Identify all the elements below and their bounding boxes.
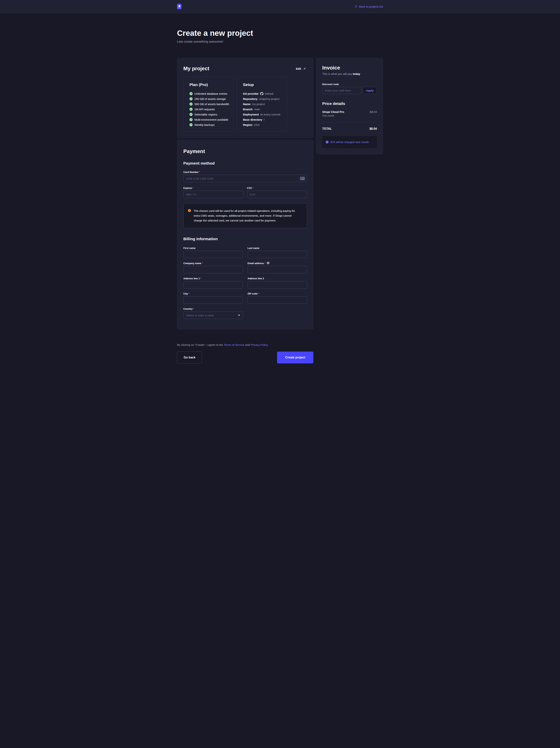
apply-button[interactable]: Apply xyxy=(363,87,377,94)
setup-row: Base directory / xyxy=(243,117,284,122)
terms-of-service-link[interactable]: Terms of Service xyxy=(224,343,244,346)
terms-period: . xyxy=(268,343,269,346)
plan-feature-label: Multi-environment available xyxy=(194,118,228,121)
setup-row-label: Branch xyxy=(243,108,252,111)
address-line2-field: Address line 2 xyxy=(248,277,307,288)
city-label: City* xyxy=(183,292,243,295)
first-name-input[interactable] xyxy=(183,251,243,258)
country-select-placeholder: Select or enter a value xyxy=(186,314,214,317)
plan-feature-label: Weekly backups xyxy=(194,123,215,126)
invoice-subtitle-prefix: This is what you will pay xyxy=(322,72,353,75)
card-number-label-text: Card Number xyxy=(183,171,198,173)
expires-label-text: Expires xyxy=(183,187,192,189)
terms-text: By clicking on "Create", I agree to the … xyxy=(177,343,313,346)
top-bar: Back to projects list xyxy=(0,0,560,13)
invoice-title: Invoice xyxy=(322,65,377,71)
payment-method-title: Payment method xyxy=(183,161,307,165)
city-input[interactable] xyxy=(183,296,243,304)
setup-row-label: Base directory xyxy=(243,118,262,121)
edit-label: Edit xyxy=(296,67,301,70)
page-title: Create a new project xyxy=(177,29,383,38)
address-line1-input[interactable] xyxy=(183,281,243,288)
plan-feature-label: Selectable regions xyxy=(194,113,217,116)
page-subtitle: Lets create something awesome! xyxy=(177,40,383,44)
last-name-label: Last name xyxy=(248,247,307,250)
warning-icon xyxy=(188,209,191,212)
setup-row: Branch main xyxy=(243,107,284,112)
plan-feature: 1M API requests xyxy=(190,107,230,112)
my-project-title: My project xyxy=(183,66,209,72)
address-line2-input[interactable] xyxy=(248,281,307,288)
first-name-field: First name xyxy=(183,247,243,258)
check-circle-icon xyxy=(190,97,193,100)
plan-feature: 250 GB of assets storage xyxy=(190,96,230,101)
invoice-subtitle-emphasis: today xyxy=(353,72,360,75)
address-line2-label: Address line 2 xyxy=(248,277,307,280)
plan-feature-label: 250 GB of assets storage xyxy=(194,97,226,100)
email-address-label-text: Email address xyxy=(248,262,264,265)
setup-row: Deployment At every commit xyxy=(243,112,284,117)
line-item-amount: $8.04 xyxy=(370,110,377,113)
plan-title: Plan (Pro) xyxy=(190,83,230,87)
my-project-card: My project Edit Plan (Pro) xyxy=(177,58,313,138)
address-line2-label-text: Address line 2 xyxy=(248,277,264,280)
plan-feature: Weekly backups xyxy=(190,122,230,127)
required-star: * xyxy=(202,262,203,265)
city-field: City* xyxy=(183,292,243,304)
country-select[interactable]: Select or enter a value xyxy=(183,311,243,319)
strapi-logo-icon[interactable] xyxy=(177,4,181,9)
setup-row-label: Git provider xyxy=(243,92,259,95)
country-label-text: Country xyxy=(183,307,193,310)
check-circle-icon xyxy=(190,118,193,121)
plan-feature-label: 500 GB of assets bandwidth xyxy=(194,102,229,106)
check-circle-icon xyxy=(190,108,193,111)
country-field: Country* Select or enter a value xyxy=(183,307,243,319)
discount-code-input[interactable] xyxy=(322,87,361,94)
setup-row-label: Name xyxy=(243,102,250,106)
setup-row-label: Region xyxy=(243,123,252,126)
create-project-button[interactable]: Create project xyxy=(277,352,313,364)
terms-and: and xyxy=(244,343,250,346)
setup-row-value: GitHub xyxy=(265,92,273,95)
email-address-input[interactable] xyxy=(248,266,307,273)
setup-row-value: At every commit xyxy=(260,113,281,116)
expires-input[interactable] xyxy=(183,191,244,198)
required-star: * xyxy=(258,292,259,295)
credit-card-icon xyxy=(300,177,305,180)
line-item-name: Strapi Cloud Pro xyxy=(322,110,344,113)
privacy-policy-link[interactable]: Privacy Policy xyxy=(250,343,268,346)
plan-feature: Selectable regions xyxy=(190,112,230,117)
required-star: * xyxy=(252,187,253,189)
setup-row-label: Deployment xyxy=(243,113,259,116)
setup-row-value: my-project xyxy=(252,102,265,106)
company-name-input[interactable] xyxy=(183,266,243,273)
pencil-icon xyxy=(303,67,306,70)
chevron-down-icon xyxy=(238,315,240,316)
next-month-note-text: $75 will be charged next month. xyxy=(331,140,370,144)
setup-row-label: Repository xyxy=(243,97,258,100)
address-line1-label: Address line 1* xyxy=(183,277,243,280)
back-to-projects-link[interactable]: Back to projects list xyxy=(355,5,383,8)
plan-feature: Multi-environment available xyxy=(190,117,230,122)
city-label-text: City xyxy=(183,292,188,295)
go-back-button[interactable]: Go back xyxy=(177,352,202,364)
discount-code-label: Discount code xyxy=(322,83,377,86)
cvc-field: CVC* xyxy=(247,187,307,198)
setup-row-value: main xyxy=(254,108,260,111)
edit-button[interactable]: Edit xyxy=(295,67,307,70)
last-name-input[interactable] xyxy=(248,251,307,258)
card-number-input[interactable] xyxy=(183,175,307,182)
company-name-field: Company name* xyxy=(183,262,243,273)
invoice-divider xyxy=(322,122,377,122)
zip-code-input[interactable] xyxy=(248,296,307,304)
address-line1-field: Address line 1* xyxy=(183,277,243,288)
zip-code-label-text: ZIP code xyxy=(248,292,258,295)
expires-label: Expires* xyxy=(183,187,244,189)
back-link-label: Back to projects list xyxy=(359,5,383,8)
total-label: TOTAL xyxy=(322,127,332,131)
email-address-field: Email address* xyxy=(248,262,307,273)
check-circle-icon xyxy=(190,92,193,95)
info-icon xyxy=(326,141,328,143)
cvc-input[interactable] xyxy=(247,191,307,198)
setup-title: Setup xyxy=(243,83,284,87)
